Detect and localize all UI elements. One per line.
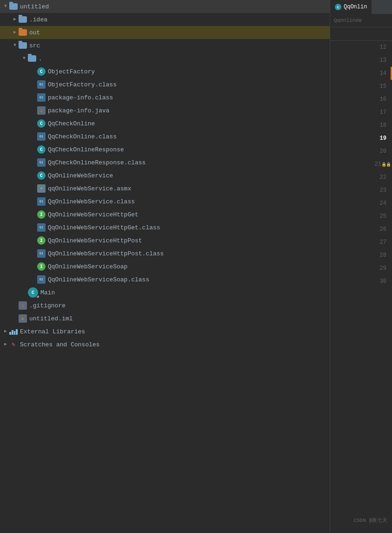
file-icon-qqOnlineWebService.asmx: ≡	[37, 184, 46, 193]
watermark-text: CSDN @夜七天	[353, 517, 387, 524]
file-icon-QqCheckOnlineResponse.class: 01	[37, 158, 46, 167]
tree-item-QqOnlineWebServiceHttpGet[interactable]: IQqOnlineWebServiceHttpGet	[0, 208, 330, 221]
tree-item-ObjectFactory.class[interactable]: 01ObjectFactory.class	[0, 78, 330, 91]
line-number-19: 19	[330, 132, 392, 145]
tree-arrow-ScratchesAndConsoles[interactable]	[2, 341, 9, 348]
tree-item-QqCheckOnlineResponse[interactable]: CQqCheckOnlineResponse	[0, 143, 330, 156]
file-label-.gitignore: .gitignore	[29, 302, 65, 309]
line-number-13: 13	[330, 54, 392, 67]
file-label-QqCheckOnline: QqCheckOnline	[48, 120, 95, 127]
tree-item-QqOnlineWebServiceSoap.class[interactable]: 01QqOnlineWebServiceSoap.class	[0, 273, 330, 286]
tree-item-package-info.class[interactable]: 01package-info.class	[0, 91, 330, 104]
file-icon-package-info.class: 01	[37, 93, 46, 102]
tree-item-QqOnlineWebService[interactable]: CQqOnlineWebService	[0, 169, 330, 182]
file-label-QqOnlineWebService: QqOnlineWebService	[48, 172, 113, 179]
line-number-18: 18	[330, 119, 392, 132]
file-icon-QqOnlineWebServiceHttpGet: I	[37, 210, 46, 219]
file-icon-.gitignore: g	[19, 301, 27, 310]
file-label-ExternalLibraries: External Libraries	[20, 328, 85, 335]
file-label-ObjectFactory.class: ObjectFactory.class	[48, 81, 117, 88]
file-label-QqOnlineWebServiceSoap: QqOnlineWebServiceSoap	[48, 263, 128, 270]
file-icon-QqOnlineWebService.class: 01	[37, 197, 46, 206]
tree-item-subpkg[interactable]: .	[0, 52, 330, 65]
file-label-QqOnlineWebServiceHttpGet: QqOnlineWebServiceHttpGet	[48, 211, 138, 218]
file-icon-untitled-root	[9, 3, 18, 10]
file-label-QqOnlineWebServiceHttpPost.class: QqOnlineWebServiceHttpPost.class	[48, 250, 164, 257]
file-label-untitled.iml: untitled.iml	[29, 315, 73, 322]
active-tab[interactable]: C QqOnlin	[330, 0, 372, 14]
tree-item-untitled-root[interactable]: untitled	[0, 0, 330, 13]
tree-item-.gitignore[interactable]: g.gitignore	[0, 299, 330, 312]
tree-arrow-out[interactable]	[11, 29, 19, 36]
file-icon-package-info.java: J	[37, 106, 46, 115]
tree-item-ExternalLibraries[interactable]: External Libraries	[0, 325, 330, 338]
tree-item-QqCheckOnline.class[interactable]: 01QqCheckOnline.class	[0, 130, 330, 143]
file-label-untitled-root: untitled	[20, 3, 49, 10]
tree-item-QqOnlineWebServiceHttpPost[interactable]: IQqOnlineWebServiceHttpPost	[0, 234, 330, 247]
file-label-QqOnlineWebServiceHttpGet.class: QqOnlineWebServiceHttpGet.class	[48, 224, 160, 231]
line-number-23: 23	[330, 184, 392, 197]
file-icon-QqOnlineWebServiceSoap: I	[37, 262, 46, 271]
file-label-QqCheckOnlineResponse.class: QqCheckOnlineResponse.class	[48, 159, 146, 166]
file-label-ObjectFactory: ObjectFactory	[48, 68, 95, 75]
tree-item-QqCheckOnline[interactable]: CQqCheckOnline	[0, 117, 330, 130]
tree-item-src[interactable]: src	[0, 39, 330, 52]
file-icon-QqOnlineWebServiceSoap.class: 01	[37, 275, 46, 284]
file-icon-ObjectFactory.class: 01	[37, 80, 46, 89]
file-label-QqOnlineWebServiceSoap.class: QqOnlineWebServiceSoap.class	[48, 276, 149, 283]
file-label-idea: .idea	[29, 16, 47, 23]
file-icon-ExternalLibraries	[9, 327, 18, 336]
tree-item-package-info.java[interactable]: Jpackage-info.java	[0, 104, 330, 117]
file-label-QqOnlineWebServiceHttpPost: QqOnlineWebServiceHttpPost	[48, 237, 142, 244]
file-label-QqCheckOnline.class: QqCheckOnline.class	[48, 133, 117, 140]
tree-item-QqOnlineWebService.class[interactable]: 01QqOnlineWebService.class	[0, 195, 330, 208]
line-number-12: 12	[330, 41, 392, 54]
file-icon-QqCheckOnlineResponse: C	[37, 145, 46, 154]
tab-label: QqOnlin	[344, 4, 367, 10]
file-label-QqOnlineWebService.class: QqOnlineWebService.class	[48, 198, 135, 205]
line-numbers-panel: C QqOnlin QqOnlineW 121314 1516171819202…	[330, 0, 392, 533]
line-number-22: 22	[330, 171, 392, 184]
tree-item-untitled.iml[interactable]: ■untitled.iml	[0, 312, 330, 325]
file-label-package-info.java: package-info.java	[48, 107, 110, 114]
file-label-src: src	[29, 42, 40, 49]
file-label-QqCheckOnlineResponse: QqCheckOnlineResponse	[48, 146, 124, 153]
file-icon-QqOnlineWebService: C	[37, 171, 46, 180]
file-icon-QqOnlineWebServiceHttpPost: I	[37, 236, 46, 245]
tree-item-Main[interactable]: C↺Main	[0, 286, 330, 299]
file-icon-ScratchesAndConsoles: ✎	[9, 340, 18, 349]
tree-arrow-subpkg[interactable]	[20, 55, 28, 62]
file-icon-src	[19, 42, 27, 49]
tree-item-QqCheckOnlineResponse.class[interactable]: 01QqCheckOnlineResponse.class	[0, 156, 330, 169]
tree-arrow-idea[interactable]	[11, 16, 19, 23]
tree-arrow-untitled-root[interactable]	[2, 3, 9, 10]
file-icon-ObjectFactory: C	[37, 67, 46, 76]
tab-bar[interactable]: C QqOnlin	[330, 0, 392, 14]
tree-arrow-src[interactable]	[11, 42, 19, 49]
editor-filename: QqOnlineW	[330, 14, 392, 27]
tree-arrow-ExternalLibraries[interactable]	[2, 328, 9, 335]
file-label-ScratchesAndConsoles: Scratches and Consoles	[20, 341, 100, 348]
line-number-27: 27	[330, 236, 392, 249]
line-number-28: 28	[330, 249, 392, 262]
tree-item-out[interactable]: out	[0, 26, 330, 39]
file-tree-panel: untitled.ideaoutsrc.CObjectFactory01Obje…	[0, 0, 330, 533]
line-number-26: 26	[330, 223, 392, 236]
file-icon-QqOnlineWebServiceHttpGet.class: 01	[37, 223, 46, 232]
tree-item-ScratchesAndConsoles[interactable]: ✎Scratches and Consoles	[0, 338, 330, 351]
file-label-package-info.class: package-info.class	[48, 94, 113, 101]
line-number-14: 14	[330, 67, 392, 80]
file-icon-Main: C↺	[28, 287, 38, 298]
file-label-subpkg: .	[39, 55, 42, 62]
tree-item-QqOnlineWebServiceHttpGet.class[interactable]: 01QqOnlineWebServiceHttpGet.class	[0, 221, 330, 234]
tree-item-QqOnlineWebServiceHttpPost.class[interactable]: 01QqOnlineWebServiceHttpPost.class	[0, 247, 330, 260]
tree-item-idea[interactable]: .idea	[0, 13, 330, 26]
tree-item-QqOnlineWebServiceSoap[interactable]: IQqOnlineWebServiceSoap	[0, 260, 330, 273]
filename-label: QqOnlineW	[334, 18, 361, 23]
line-number-21: 21 🔒	[330, 158, 392, 171]
lock-icon-21: 🔒	[386, 162, 391, 167]
line-number-29: 29	[330, 262, 392, 275]
file-label-out: out	[29, 29, 40, 36]
tree-item-qqOnlineWebService.asmx[interactable]: ≡qqOnlineWebService.asmx	[0, 182, 330, 195]
tree-item-ObjectFactory[interactable]: CObjectFactory	[0, 65, 330, 78]
